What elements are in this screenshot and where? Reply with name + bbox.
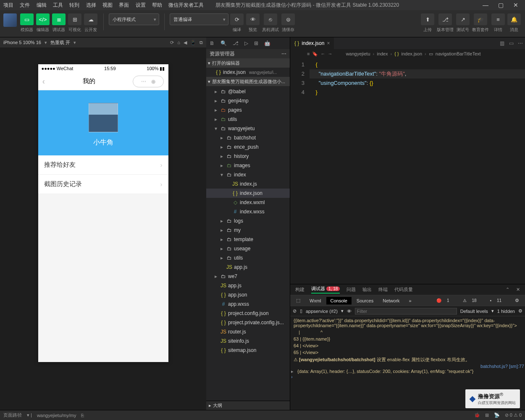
copy-icon[interactable]: ⎘	[81, 413, 84, 418]
tab-close-icon[interactable]: ×	[327, 40, 330, 46]
user-avatar[interactable]	[3, 13, 17, 27]
tree-item[interactable]: ◇ index.wxml	[206, 198, 290, 207]
tree-item[interactable]: ▸🗀 utils	[206, 115, 290, 124]
chevron-up-icon[interactable]: ⌃	[506, 287, 509, 292]
editor-button[interactable]: </>	[36, 13, 50, 25]
clear-icon[interactable]: ⊘	[293, 308, 297, 314]
tree-item[interactable]: # index.wxss	[206, 207, 290, 216]
menu-devtools[interactable]: 微信开发者工具	[168, 2, 204, 8]
tab-build[interactable]: 构建	[295, 286, 304, 293]
hot-reload-toggle[interactable]: 热重载 开	[50, 39, 70, 46]
hidden-count[interactable]: 1 hidden	[497, 309, 515, 314]
tree-item[interactable]: ▸🗀 images	[206, 161, 290, 170]
filter-input[interactable]	[355, 308, 457, 315]
popout-icon[interactable]: ⧉	[200, 40, 203, 45]
search-icon[interactable]: 🔍	[220, 40, 227, 46]
tree-item[interactable]: ▸🗀 template	[206, 235, 290, 244]
bc-icon[interactable]: ≡	[307, 51, 310, 56]
upload-button[interactable]: ⬆	[421, 13, 434, 25]
devtab-console[interactable]: Console	[326, 297, 352, 304]
more-icon[interactable]: ⋯	[281, 51, 286, 57]
files-icon[interactable]: 🗎	[210, 40, 215, 46]
tree-item[interactable]: { } sitemap.json	[206, 346, 290, 355]
tree-item[interactable]: { } project.private.config.js...	[206, 318, 290, 327]
capsule-button[interactable]: ⋯◉	[133, 76, 164, 87]
tree-item[interactable]: ▸🗀 utils	[206, 253, 290, 262]
tree-item[interactable]: ▸🗀 genji4mp	[206, 96, 290, 105]
tree-item[interactable]: # app.wxss	[206, 299, 290, 309]
menu-file[interactable]: 文件	[20, 2, 30, 8]
edu-button[interactable]: 🎓	[474, 13, 487, 25]
profile-avatar[interactable]	[89, 103, 118, 132]
robot-icon[interactable]: 🤖	[264, 40, 270, 46]
outline-header[interactable]: ▸大纲	[206, 401, 290, 410]
ext-icon[interactable]: ⊞	[254, 40, 258, 46]
test-button[interactable]: ↗	[456, 13, 470, 25]
tree-item[interactable]: ▾🗀 wangyejietu	[206, 124, 290, 133]
tree-item[interactable]: JS index.js	[206, 179, 290, 189]
visualize-button[interactable]: ⊞	[68, 13, 81, 25]
layout-icon[interactable]: ▭	[507, 40, 516, 46]
tree-item[interactable]: ▸🗀 @babel	[206, 87, 290, 96]
tree-item[interactable]: ▸🗀 batchshot	[206, 133, 290, 142]
tree-item[interactable]: ▸🗀 my	[206, 226, 290, 235]
tree-item[interactable]: { } app.json	[206, 290, 290, 299]
inspect-icon[interactable]: ⬚	[292, 297, 304, 304]
close-icon[interactable]: ✕	[510, 2, 522, 8]
breadcrumb[interactable]: ≡ 🔖 ← → wangyejietu› index› { }index.jso…	[290, 49, 525, 58]
menu-settings[interactable]: 设置	[136, 2, 146, 8]
phone-icon[interactable]: 📱	[190, 40, 196, 45]
debugger-button[interactable]: ≣	[52, 13, 66, 25]
open-editors-header[interactable]: ▾打开的编辑器	[206, 58, 290, 68]
console-settings-icon[interactable]: ⚙	[518, 308, 522, 314]
tree-item[interactable]: ▸🗀 ence_push	[206, 142, 290, 152]
tab-debugger[interactable]: 调试器 1, 18	[311, 286, 340, 294]
compile-button[interactable]: ⟳	[230, 13, 244, 25]
cloud-button[interactable]: ☁	[84, 13, 97, 25]
tab-problems[interactable]: 问题	[346, 286, 356, 293]
bug-icon[interactable]: 🐞	[474, 412, 480, 418]
tab-terminal[interactable]: 终端	[378, 286, 388, 293]
preview-button[interactable]: 👁	[246, 13, 260, 25]
more-icon[interactable]: ⋯	[516, 40, 525, 46]
version-button[interactable]: ⎇	[438, 13, 452, 25]
project-header[interactable]: ▾朋友圈集赞万能截图生成器微信小...	[206, 77, 290, 86]
tree-item[interactable]: ▸🗀 useage	[206, 244, 290, 253]
sidebar-icon[interactable]: ▯	[300, 308, 302, 314]
message-button[interactable]: 🔔	[507, 13, 521, 25]
tree-item[interactable]: JS router.js	[206, 327, 290, 336]
context-select[interactable]: appservice (#2)	[306, 309, 338, 314]
debug-icon[interactable]: ▷	[244, 40, 248, 46]
detail-button[interactable]: ≡	[491, 13, 505, 25]
home-icon[interactable]: ⌂	[177, 40, 180, 45]
eye-icon[interactable]: 👁	[347, 309, 352, 314]
menu-edit[interactable]: 编辑	[37, 2, 47, 8]
error-status[interactable]: ⊘ 0 ⚠ 0	[505, 412, 522, 418]
tree-item[interactable]: ▸🗀 we7	[206, 272, 290, 281]
panel-close-icon[interactable]: ✕	[516, 287, 520, 292]
devtab-more-icon[interactable]: »	[405, 297, 416, 304]
tree-item[interactable]: JS siteinfo.js	[206, 336, 290, 346]
list-item-recommend[interactable]: 推荐给好友›	[38, 155, 168, 175]
tree-item[interactable]: ▸🗀 logs	[206, 216, 290, 226]
device-label[interactable]: iPhone 5 100% 16	[3, 40, 41, 45]
code-editor[interactable]: 1234 { "navigationBarTitleText": "牛角源码",…	[290, 58, 525, 284]
list-item-history[interactable]: 截图历史记录›	[38, 175, 168, 194]
tree-item[interactable]: { } index.json	[206, 189, 290, 198]
remote-debug-button[interactable]: ⎋	[264, 13, 277, 25]
branch-icon[interactable]: ⎇	[233, 40, 239, 46]
nav-back-icon[interactable]: ‹	[42, 76, 45, 86]
menu-tools[interactable]: 工具	[53, 2, 63, 8]
tree-item[interactable]: { } project.config.json	[206, 309, 290, 318]
minimize-icon[interactable]: —	[480, 2, 491, 8]
tree-item[interactable]: ▸🗀 pages	[206, 105, 290, 115]
devtab-wxml[interactable]: Wxml	[305, 297, 326, 304]
nav-right-icon[interactable]: →	[328, 51, 332, 56]
tree-item[interactable]: JS app.js	[206, 281, 290, 290]
tree-item[interactable]: JS app.js	[206, 262, 290, 272]
menu-ui[interactable]: 界面	[119, 2, 129, 8]
nav-left-icon[interactable]: ←	[320, 51, 325, 56]
info-count[interactable]: ▪ 11	[486, 297, 510, 304]
bookmark-icon[interactable]: 🔖	[312, 51, 318, 57]
open-editor-item[interactable]: { }index.jsonwangyejietu/i...	[206, 68, 290, 77]
